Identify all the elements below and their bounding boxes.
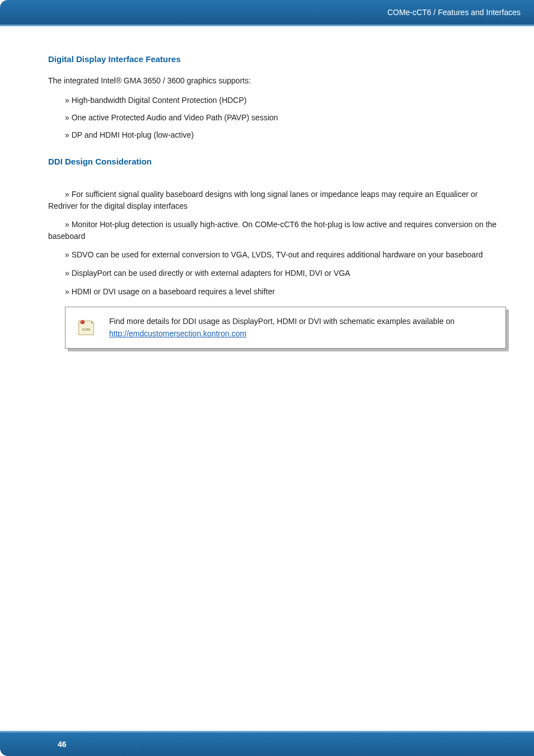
paragraph-item: » SDVO can be used for external conversi… [65,249,506,261]
note-link[interactable]: http://emdcustomersection.kontron.com [109,329,246,338]
note-box-inner: note Find more details for DDI usage as … [65,307,506,349]
list-item: » DP and HDMI Hot-plug (low-active) [65,129,506,141]
paragraph-item: » HDMI or DVI usage on a baseboard requi… [65,286,506,298]
breadcrumb: COMe-cCT6 / Features and Interfaces [387,8,521,17]
paragraph-item: » DisplayPort can be used directly or wi… [65,267,506,279]
note-text-before: Find more details for DDI usage as Displ… [109,317,455,326]
header-bar: COMe-cCT6 / Features and Interfaces [0,0,534,25]
page-number: 46 [58,740,67,749]
footer-bar: 46 [0,732,534,756]
paragraph-item: » Monitor Hot-plug detection is usually … [48,219,506,242]
section2: DDI Design Consideration » For sufficien… [48,156,506,349]
section2-title: DDI Design Consideration [48,156,506,168]
list-item: » One active Protected Audio and Video P… [65,112,506,124]
paragraph-item: » For sufficient signal quality baseboar… [48,177,506,212]
list-item: » High-bandwidth Digital Content Protect… [65,95,506,106]
svg-text:note: note [82,327,91,332]
section1-title: Digital Display Interface Features [48,53,506,66]
note-box: note Find more details for DDI usage as … [65,307,506,349]
svg-point-1 [81,320,85,325]
note-icon: note [76,317,97,338]
paragraph-text: » Monitor Hot-plug detection is usually … [48,219,506,242]
paragraph-text: » For sufficient signal quality baseboar… [48,189,506,212]
section1-bullet-list: » High-bandwidth Digital Content Protect… [65,95,506,141]
note-text: Find more details for DDI usage as Displ… [109,315,495,340]
main-content: Digital Display Interface Features The i… [0,26,534,349]
section1-intro: The integrated Intel® GMA 3650 / 3600 gr… [48,75,506,87]
svg-point-2 [81,321,82,322]
